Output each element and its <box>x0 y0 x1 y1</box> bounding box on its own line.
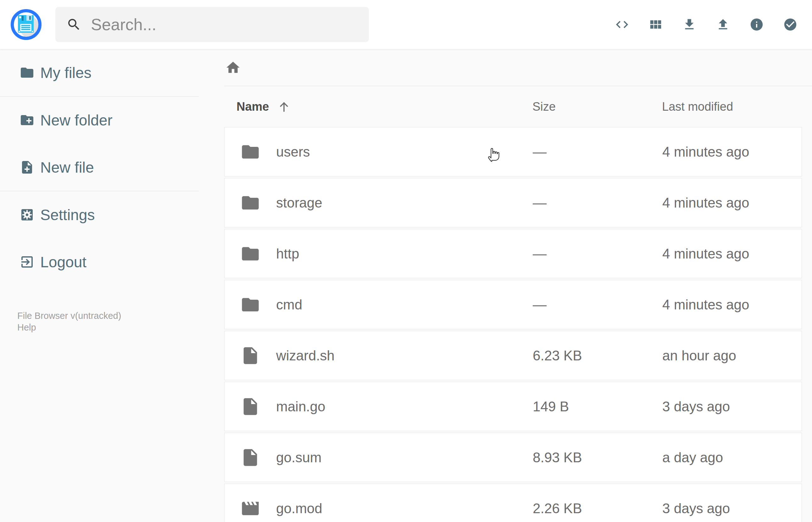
sidebar-item-label: My files <box>40 64 92 81</box>
row-name: storage <box>276 195 322 211</box>
upload-button[interactable] <box>716 17 730 32</box>
upload-icon <box>716 17 730 32</box>
search-icon <box>66 17 81 32</box>
floppy-disk-logo <box>11 9 42 40</box>
row-size: — <box>533 246 547 262</box>
table-row[interactable]: go.sum 8.93 KB a day ago <box>224 433 802 482</box>
row-name: wizard.sh <box>276 348 334 363</box>
app-logo[interactable] <box>11 9 42 40</box>
row-size: 2.26 KB <box>533 501 582 516</box>
download-icon <box>682 17 696 32</box>
new-file-icon <box>20 160 35 175</box>
search-bar[interactable] <box>55 7 369 42</box>
breadcrumb <box>224 49 801 86</box>
sidebar-footer: File Browser v(untracked) Help <box>17 310 121 333</box>
row-size: — <box>533 195 547 211</box>
row-size: 6.23 KB <box>533 348 582 363</box>
app-version: File Browser v(untracked) <box>17 310 121 322</box>
row-size: 149 B <box>533 399 569 415</box>
row-name: go.sum <box>276 450 321 465</box>
column-header-name[interactable]: Name <box>237 100 290 114</box>
code-icon <box>615 17 629 32</box>
logout-icon <box>20 255 35 269</box>
help-link[interactable]: Help <box>17 322 121 333</box>
folder-icon <box>240 142 260 162</box>
row-name: users <box>276 144 310 160</box>
table-row[interactable]: storage — 4 minutes ago <box>224 178 802 227</box>
home-icon <box>225 60 241 76</box>
info-button[interactable] <box>749 17 764 32</box>
sidebar-item-label: New file <box>40 159 94 176</box>
info-icon <box>749 17 764 32</box>
sidebar: My files New folder New file <box>0 49 199 522</box>
grid-view-button[interactable] <box>648 17 663 32</box>
sidebar-item-label: Logout <box>40 254 86 271</box>
search-input[interactable] <box>90 15 360 34</box>
new-folder-icon <box>20 113 35 128</box>
row-size: — <box>533 297 547 313</box>
movie-icon <box>240 498 260 519</box>
filebrowser-app: My files New folder New file <box>0 0 812 522</box>
sidebar-item-new-folder[interactable]: New folder <box>0 97 199 144</box>
listing-header: Name Size Last modified <box>224 86 801 127</box>
sidebar-item-settings[interactable]: Settings <box>0 191 199 238</box>
file-list: users — 4 minutes ago storage — 4 minute… <box>224 127 802 522</box>
sidebar-item-label: Settings <box>40 206 95 224</box>
table-row[interactable]: wizard.sh 6.23 KB an hour ago <box>224 331 802 380</box>
row-modified: 4 minutes ago <box>662 246 749 262</box>
row-modified: 4 minutes ago <box>662 144 749 160</box>
select-multiple-button[interactable] <box>783 17 797 32</box>
file-icon <box>240 447 260 468</box>
breadcrumb-home-button[interactable] <box>225 60 241 76</box>
folder-icon <box>240 244 260 264</box>
row-name: http <box>276 246 299 262</box>
row-modified: 4 minutes ago <box>662 297 749 313</box>
row-modified: an hour ago <box>662 348 736 363</box>
row-name: cmd <box>276 297 302 313</box>
row-modified: 3 days ago <box>662 399 730 415</box>
table-row[interactable]: go.mod 2.26 KB 3 days ago <box>224 484 802 522</box>
check-circle-icon <box>783 17 797 32</box>
row-modified: 4 minutes ago <box>662 195 749 211</box>
folder-icon <box>20 65 35 80</box>
settings-icon <box>20 207 35 222</box>
row-size: 8.93 KB <box>533 450 582 465</box>
content: Name Size Last modified users — 4 minute… <box>199 49 812 522</box>
sort-ascending-icon <box>277 100 290 113</box>
file-icon <box>240 397 260 417</box>
row-modified: a day ago <box>662 450 723 465</box>
sidebar-item-logout[interactable]: Logout <box>0 238 199 285</box>
sidebar-item-label: New folder <box>40 112 112 129</box>
sidebar-item-my-files[interactable]: My files <box>0 49 199 96</box>
row-name: main.go <box>276 399 325 415</box>
sidebar-item-new-file[interactable]: New file <box>0 144 199 191</box>
table-row[interactable]: http — 4 minutes ago <box>224 229 802 278</box>
table-row[interactable]: users — 4 minutes ago <box>224 127 802 176</box>
table-row[interactable]: cmd — 4 minutes ago <box>224 280 802 329</box>
row-modified: 3 days ago <box>662 501 730 516</box>
file-icon <box>240 346 260 366</box>
row-name: go.mod <box>276 501 322 516</box>
download-button[interactable] <box>682 17 696 32</box>
folder-icon <box>240 295 260 315</box>
folder-icon <box>240 193 260 213</box>
app-header <box>0 0 812 49</box>
grid-view-icon <box>648 17 663 32</box>
code-view-button[interactable] <box>615 17 629 32</box>
header-toolbar <box>615 17 797 32</box>
column-header-size[interactable]: Size <box>532 100 556 114</box>
column-header-modified[interactable]: Last modified <box>662 100 733 114</box>
table-row[interactable]: main.go 149 B 3 days ago <box>224 382 802 431</box>
row-size: — <box>533 144 547 160</box>
